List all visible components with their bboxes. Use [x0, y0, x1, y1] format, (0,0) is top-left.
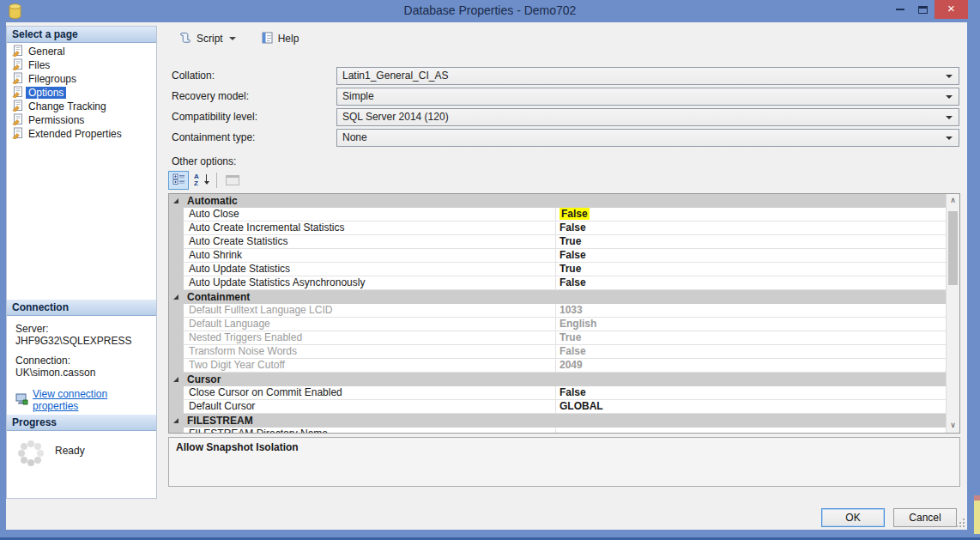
script-button[interactable]: Script [175, 28, 239, 49]
view-connection-properties-link[interactable]: View connection properties [33, 388, 153, 412]
property-row-auto-create-statistics[interactable]: Auto Create StatisticsTrue [169, 235, 946, 249]
combobox-value: Latin1_General_CI_AS [342, 70, 448, 82]
property-label: Auto Create Incremental Statistics [184, 221, 556, 235]
collapse-icon[interactable] [173, 377, 178, 382]
dialog-toolbar: Script Help [163, 26, 967, 52]
alphabetical-sort-button[interactable]: AZ [191, 171, 211, 190]
sidebar-item-label: Change Tracking [26, 100, 109, 112]
category-row-filestream[interactable]: FILESTREAM [169, 414, 946, 428]
property-label: Auto Close [184, 208, 556, 221]
property-value[interactable]: False [556, 276, 946, 290]
property-row-nested-triggers-enabled[interactable]: Nested Triggers EnabledTrue [169, 331, 946, 345]
property-value[interactable]: GLOBAL [556, 400, 946, 414]
scrollbar-thumb[interactable] [948, 211, 958, 285]
field-row-recovery-model: Recovery model:Simple [172, 88, 959, 106]
chevron-down-icon [946, 75, 953, 78]
property-row-transform-noise-words[interactable]: Transform Noise WordsFalse [169, 345, 946, 359]
property-value[interactable]: False [556, 208, 946, 221]
property-row-auto-close[interactable]: Auto CloseFalse [169, 208, 946, 221]
grid-gutter [169, 249, 184, 263]
vertical-scrollbar[interactable]: ∧ ∨ [946, 194, 959, 433]
ok-button[interactable]: OK [821, 508, 885, 527]
sidebar-item-extended-properties[interactable]: Extended Properties [7, 127, 156, 141]
server-label: Server: [15, 323, 153, 335]
property-label: Auto Shrink [184, 249, 556, 263]
property-value[interactable]: True [556, 235, 946, 249]
property-row-auto-update-statistics[interactable]: Auto Update StatisticsTrue [169, 263, 946, 276]
grid-gutter [169, 345, 184, 359]
grid-gutter [169, 386, 184, 400]
sidebar-item-permissions[interactable]: Permissions [7, 113, 156, 127]
cancel-button[interactable]: Cancel [893, 508, 957, 527]
titlebar: Database Properties - Demo702 × [0, 0, 980, 22]
collapse-icon[interactable] [173, 418, 178, 423]
property-value[interactable] [556, 428, 946, 433]
category-row-automatic[interactable]: Automatic [169, 194, 946, 208]
sidebar-item-change-tracking[interactable]: Change Tracking [7, 100, 156, 113]
field-row-compatibility-level: Compatibility level:SQL Server 2014 (120… [172, 108, 959, 126]
property-value[interactable]: False [556, 386, 946, 400]
sidebar-item-filegroups[interactable]: Filegroups [7, 72, 156, 86]
property-value[interactable]: 1033 [556, 304, 946, 318]
chevron-down-icon [946, 137, 953, 140]
category-row-containment[interactable]: Containment [169, 290, 946, 304]
sidebar-item-general[interactable]: General [7, 45, 156, 58]
property-value[interactable]: False [556, 249, 946, 263]
field-row-containment-type: Containment type:None [172, 129, 959, 147]
property-value[interactable]: English [556, 318, 946, 331]
compatibility-level-combobox[interactable]: SQL Server 2014 (120) [336, 108, 959, 126]
connection-header: Connection [7, 300, 156, 316]
category-name: Automatic [184, 194, 238, 208]
grid-gutter [169, 276, 184, 290]
property-label: Two Digit Year Cutoff [184, 359, 556, 373]
grid-gutter [169, 414, 184, 428]
property-row-close-cursor-on-commit-enabled[interactable]: Close Cursor on Commit EnabledFalse [169, 386, 946, 400]
background-artifact [974, 495, 980, 534]
combobox-value: Simple [342, 90, 374, 102]
property-row-default-cursor[interactable]: Default CursorGLOBAL [169, 400, 946, 414]
help-button-label: Help [278, 33, 299, 45]
toolbar-separator [216, 173, 217, 188]
combobox-value: SQL Server 2014 (120) [342, 111, 449, 123]
property-row-auto-update-statistics-asynchronously[interactable]: Auto Update Statistics AsynchronouslyFal… [169, 276, 946, 290]
help-button[interactable]: Help [258, 29, 303, 49]
property-value[interactable]: 2049 [556, 359, 946, 373]
grid-gutter [169, 400, 184, 414]
containment-type-combobox[interactable]: None [336, 129, 959, 147]
page-icon [12, 45, 26, 59]
property-row-two-digit-year-cutoff[interactable]: Two Digit Year Cutoff2049 [169, 359, 946, 373]
scroll-down-icon[interactable]: ∨ [947, 419, 959, 433]
collapse-icon[interactable] [173, 294, 178, 300]
grid-gutter [169, 304, 184, 318]
property-row-default-language[interactable]: Default LanguageEnglish [169, 318, 946, 331]
resize-grip[interactable] [953, 516, 965, 528]
property-row-filestream-directory-name[interactable]: FILESTREAM Directory Name [169, 428, 946, 433]
sidebar-item-files[interactable]: Files [7, 58, 156, 72]
property-value[interactable]: False [556, 345, 946, 359]
scroll-up-icon[interactable]: ∧ [947, 194, 959, 208]
property-label: Default Cursor [184, 400, 556, 414]
property-value[interactable]: True [556, 331, 946, 345]
script-icon [178, 31, 192, 46]
sidebar-item-label: Permissions [26, 114, 87, 126]
close-button[interactable]: × [935, 0, 968, 19]
collation-combobox[interactable]: Latin1_General_CI_AS [336, 67, 959, 85]
minimize-button[interactable] [888, 0, 911, 19]
az-sort-icon: AZ [194, 173, 208, 187]
collapse-icon[interactable] [173, 198, 178, 203]
recovery-model-combobox[interactable]: Simple [336, 88, 959, 106]
options-grid: AutomaticAuto CloseFalseAuto Create Incr… [168, 193, 960, 434]
property-row-auto-shrink[interactable]: Auto ShrinkFalse [169, 249, 946, 263]
connection-panel: Server: JHF9G32\SQLEXPRESS Connection: U… [7, 316, 156, 415]
sidebar-item-options[interactable]: Options [7, 86, 156, 100]
property-row-default-fulltext-language-lcid[interactable]: Default Fulltext Language LCID1033 [169, 304, 946, 318]
categorized-button[interactable] [168, 171, 189, 190]
maximize-button[interactable] [911, 0, 935, 19]
property-row-auto-create-incremental-statistics[interactable]: Auto Create Incremental StatisticsFalse [169, 221, 946, 235]
property-pages-button [222, 171, 243, 190]
property-value[interactable]: False [556, 221, 946, 235]
connection-label: Connection: [15, 355, 153, 367]
server-value: JHF9G32\SQLEXPRESS [15, 335, 153, 347]
property-value[interactable]: True [556, 263, 946, 276]
category-row-cursor[interactable]: Cursor [169, 373, 946, 386]
